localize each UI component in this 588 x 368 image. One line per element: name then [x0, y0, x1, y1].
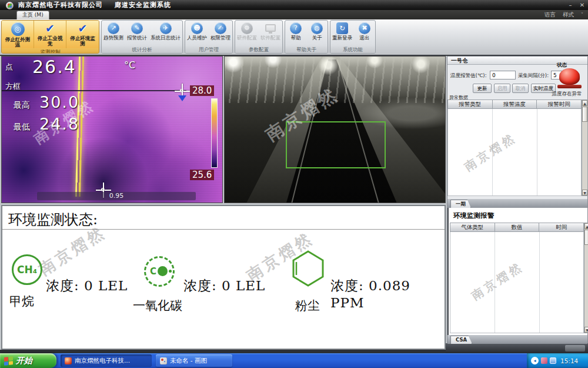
log-icon: ✈	[160, 22, 172, 34]
column-header[interactable]: 气体类型	[450, 223, 495, 232]
scrollbar[interactable]: ▲ ▼	[582, 100, 588, 196]
column-header[interactable]: 数值	[495, 223, 540, 232]
clock: 15:14	[560, 357, 578, 364]
env-alarm-table-header: 气体类型 数值 时间	[450, 223, 584, 232]
personnel-label: 人员维护	[187, 35, 207, 41]
stop-vision-button[interactable]: ✔ 停止工业视觉	[34, 21, 66, 48]
help-button[interactable]: ? 帮助	[285, 21, 306, 46]
task-label: 南京熠然电子科技...	[75, 357, 130, 365]
scrollbar[interactable]: ▲ ▼	[584, 223, 588, 333]
status-label: 状态	[557, 62, 567, 69]
ribbon-buttons: ☻ 人员维护 ✍ 权限管理	[185, 21, 232, 46]
exit-button[interactable]: ✖ 退出	[354, 21, 375, 46]
tray-chevron-icon[interactable]: ◂	[531, 357, 539, 364]
app-window: 南京熠然电子科技有限公司 廊道安全监测系统 – ✕ 主页 (M) 语言 样式 ˅…	[0, 0, 588, 368]
taskbar-task-paint[interactable]: 未命名 - 画图	[156, 354, 232, 367]
help-label: 帮助	[291, 35, 301, 41]
scroll-down-icon[interactable]: ▼	[582, 190, 587, 195]
menu-style[interactable]: 样式	[563, 11, 574, 19]
scroll-up-icon[interactable]: ▲	[582, 100, 587, 106]
minimize-button[interactable]: –	[564, 0, 576, 10]
taskbar-task-app[interactable]: 南京熠然电子科技...	[61, 354, 152, 367]
ribbon-buttons: ↗ 趋势预测 ✎ 报警统计 ✈ 系统日志统计	[102, 21, 182, 46]
max-temperature: 30.0	[39, 93, 79, 111]
ribbon-group-caption: 帮助关于	[285, 46, 328, 53]
bottom-bar-grip	[565, 345, 585, 352]
personnel-button[interactable]: ☻ 人员维护	[185, 21, 209, 46]
temp-alarm-label: 温度报警值(℃):	[450, 72, 487, 79]
ribbon-group-caption: 用户管理	[185, 46, 232, 53]
cancel-button[interactable]: 取消	[512, 84, 529, 93]
panel-splitter: CSA	[447, 335, 587, 344]
env-alarm-title: 环境监测报警	[453, 211, 494, 220]
ribbon-group-caption: 系统功能	[330, 46, 375, 53]
gas-reading: 浓度: 0 LEL	[46, 277, 128, 295]
env-alarm-table-body[interactable]: 南京熠然	[450, 232, 584, 333]
stop-ir-button[interactable]: ◎ 停止红外测温	[2, 21, 34, 48]
tab-phase-one[interactable]: 一期	[450, 200, 471, 208]
watermark: 南京熠然	[469, 258, 527, 304]
scroll-up-icon[interactable]: ▲	[584, 223, 588, 229]
scroll-thumb[interactable]	[584, 230, 588, 245]
stop-env-button[interactable]: ✔ 停止环境监测	[66, 21, 99, 48]
min-label: 最低	[14, 122, 30, 132]
tray-app-icon[interactable]	[541, 357, 547, 364]
column-header[interactable]: 报警时间	[537, 100, 582, 109]
thermal-camera-view[interactable]: 点 26.4 °C 方框 最高 30.0 最低 24.8 28.0 25.6 0…	[1, 56, 223, 203]
checkmark-icon: ✔	[78, 22, 88, 35]
trend-forecast-button[interactable]: ↗ 趋势预测	[102, 21, 125, 46]
task-label: 未命名 - 画图	[170, 357, 207, 365]
alarm-status-text: 温度存在异常	[546, 91, 587, 98]
table-column-divider	[495, 232, 495, 333]
log-stats-button[interactable]: ✈ 系统日志统计	[149, 21, 182, 46]
relogin-button[interactable]: ↻ 重新登录	[330, 21, 354, 46]
co-dot	[158, 266, 168, 276]
tab-csa[interactable]: CSA	[450, 336, 472, 344]
hw-config-button[interactable]: ☸ 硬件配置	[235, 21, 259, 46]
ribbon-buttons: ☸ 硬件配置 软件配置	[235, 21, 282, 46]
column-header[interactable]: 报警类型	[447, 100, 493, 109]
update-button[interactable]: 更新	[473, 84, 492, 93]
ribbon-group-param-config: ☸ 硬件配置 软件配置 参数配置	[235, 20, 283, 54]
ribbon-group-caption: 参数配置	[235, 46, 282, 53]
sw-config-label: 软件配置	[260, 35, 280, 41]
carbon-monoxide-icon: C	[144, 256, 175, 287]
ribbon-group-user-mgmt: ☻ 人员维护 ✍ 权限管理 用户管理	[185, 20, 233, 54]
menu-language[interactable]: 语言	[544, 11, 556, 19]
ribbon-group-monitor-control: ◎ 停止红外测温 ✔ 停止工业视觉 ✔ 停止环境监测 监测控制	[1, 20, 99, 54]
point-temperature: 26.4	[32, 57, 76, 77]
close-button[interactable]: ✕	[576, 0, 588, 10]
stop-env-label: 停止环境监测	[68, 36, 97, 47]
alarm-table-body[interactable]: 南京熠然	[447, 109, 582, 196]
industrial-camera-view[interactable]: 南京熠然	[224, 56, 446, 203]
tray-network-icon[interactable]	[550, 357, 556, 364]
scroll-thumb[interactable]	[582, 107, 587, 122]
column-header[interactable]: 时间	[539, 223, 584, 232]
relogin-label: 重新登录	[332, 35, 352, 41]
stop-ir-label: 停止红外测温	[4, 37, 32, 48]
permission-button[interactable]: ✍ 权限管理	[209, 21, 232, 46]
app-logo-icon	[6, 2, 14, 9]
taskbar: 开始 南京熠然电子科技... 未命名 - 画图 ◂ 15:14	[0, 353, 588, 368]
log-stats-label: 系统日志统计	[151, 35, 181, 41]
alarm-lamp-icon	[559, 68, 580, 85]
stop-vision-label: 停止工业视觉	[36, 36, 64, 47]
system-tray: ◂ 15:14	[527, 353, 588, 368]
menu-right: 语言 样式 ˅	[544, 11, 583, 19]
crosshair-dot	[101, 188, 105, 191]
column-header[interactable]: 报警温度	[493, 100, 537, 109]
ribbon-group-caption: 统计分析	[102, 46, 182, 53]
scroll-down-icon[interactable]: ▼	[584, 327, 588, 333]
ribbon-buttons: ? 帮助 ◍ 关于	[285, 21, 328, 46]
alarm-stats-button[interactable]: ✎ 报警统计	[125, 21, 149, 46]
enable-button[interactable]: 启用	[494, 84, 510, 93]
temperature-scale-bar	[211, 98, 218, 168]
temp-alarm-input[interactable]	[490, 71, 516, 79]
start-button[interactable]: 开始	[0, 353, 56, 368]
question-icon: ?	[290, 22, 302, 34]
sw-config-button[interactable]: 软件配置	[259, 21, 282, 46]
env-status-panel: 环境监测状态: 南京熠然 南京熠然 CH₄ 甲烷 浓度: 0 LEL C 一氧化…	[1, 205, 446, 350]
measure-line	[2, 90, 186, 91]
tab-home[interactable]: 主页 (M)	[16, 11, 49, 19]
about-button[interactable]: ◍ 关于	[306, 21, 328, 46]
